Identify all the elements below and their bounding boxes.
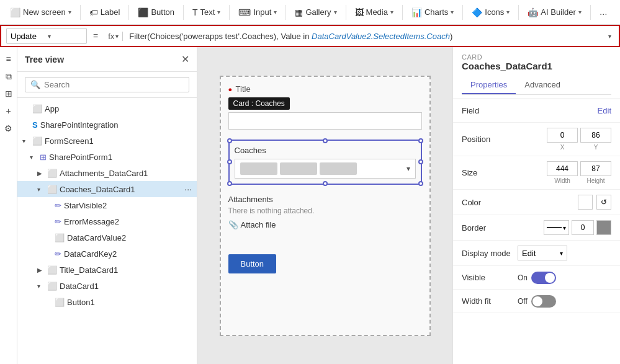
tree-item-title-datacard1[interactable]: ▶ ⬜ Title_DataCard1 (17, 262, 197, 278)
tree-item-errormessage2[interactable]: ✏ ErrorMessage2 (17, 213, 197, 229)
coaches-section[interactable]: Coaches ▾ (228, 140, 422, 185)
prop-row-display-mode: Display mode Edit ▾ (453, 241, 620, 266)
canvas-button[interactable]: Button (228, 254, 277, 273)
handle-bm[interactable] (323, 181, 328, 186)
handle-tl[interactable] (227, 138, 232, 143)
handle-tm[interactable] (323, 138, 328, 143)
tree-item-datacardvalue2[interactable]: ⬜ DataCardValue2 (17, 229, 197, 246)
tree-item-sharepointform1[interactable]: ▾ ⊞ SharePointForm1 (17, 149, 197, 165)
gallery-chevron: ▾ (334, 9, 337, 16)
icons-chevron: ▾ (506, 9, 510, 16)
border-style-select[interactable]: ▾ (544, 220, 569, 235)
attach-file-label: Attach file (241, 220, 276, 229)
expand-formscreen1[interactable]: ▾ (22, 138, 30, 144)
toolbar-button[interactable]: ⬛ Button (133, 5, 179, 20)
side-icon-menu[interactable]: ≡ (2, 52, 16, 66)
expand-attachments[interactable]: ▶ (37, 170, 45, 177)
prop-row-width-fit: Width fit Off (453, 290, 620, 313)
tree-label-coaches: Coaches_DataCard1 (60, 185, 182, 194)
handle-bl[interactable] (227, 181, 232, 186)
tree-item-app[interactable]: ⬜ App (17, 100, 197, 117)
tree-item-datacard1[interactable]: ▾ ⬜ DataCard1 (17, 278, 197, 294)
divider-4 (229, 5, 230, 20)
visible-toggle[interactable] (531, 272, 556, 284)
toolbar-gallery-label: Gallery (305, 7, 331, 17)
toolbar-text[interactable]: T Text ▾ (187, 5, 225, 20)
tree-item-attachments-datacard1[interactable]: ▶ ⬜ Attachments_DataCard1 (17, 165, 197, 181)
ai-builder-chevron: ▾ (578, 9, 582, 16)
search-input[interactable] (44, 80, 184, 89)
pos-x-group: X (547, 128, 578, 151)
starvisible-icon: ✏ (55, 201, 61, 210)
display-mode-value: Edit (522, 249, 536, 258)
canvas-frame: ● Title Card : Coaches (220, 76, 431, 336)
formula-input[interactable]: Filter(Choices('powerapps test'.Coaches)… (127, 32, 602, 41)
attachments-empty-text: There is nothing attached. (228, 206, 422, 215)
border-color-swatch[interactable] (596, 220, 611, 235)
side-icon-settings[interactable]: ⚙ (2, 122, 16, 135)
toolbar-new-screen[interactable]: ⬜ New screen ▾ (5, 5, 76, 20)
formula-name-box[interactable]: Update ▾ (6, 28, 87, 44)
coaches-dropdown[interactable]: ▾ (235, 159, 416, 179)
display-mode-select[interactable]: Edit ▾ (518, 246, 567, 260)
handle-ml[interactable] (227, 159, 232, 164)
color-refresh-button[interactable]: ↺ (596, 195, 611, 210)
card-tooltip: Card : Coaches (228, 97, 290, 110)
title-input-field[interactable] (228, 112, 422, 130)
size-width-input[interactable] (547, 161, 578, 176)
toolbar-charts[interactable]: 📊 Charts ▾ (407, 5, 459, 20)
border-line-icon (547, 227, 562, 228)
coaches-more-button[interactable]: ··· (184, 184, 192, 194)
formula-eq-symbol: = (91, 31, 101, 41)
toolbar-gallery[interactable]: ▦ Gallery ▾ (290, 5, 341, 20)
tree-item-sharepoint[interactable]: S SharePointIntegration (17, 117, 197, 133)
attach-file-button[interactable]: 📎 Attach file (228, 220, 422, 229)
toolbar-ai-builder[interactable]: 🤖 AI Builder ▾ (523, 5, 586, 20)
toolbar-overflow[interactable]: … (595, 5, 613, 19)
tab-advanced[interactable]: Advanced (516, 76, 569, 94)
expand-coaches[interactable]: ▾ (37, 186, 45, 193)
size-height-group: Height (580, 161, 611, 184)
handle-tr[interactable] (418, 138, 423, 143)
formula-expand-chevron[interactable]: ▾ (606, 33, 614, 40)
expand-sharepointform1[interactable]: ▾ (30, 154, 37, 161)
expand-title-datacard[interactable]: ▶ (37, 267, 45, 273)
size-width-label: Width (554, 177, 570, 184)
icons-icon: 🔷 (472, 7, 482, 17)
position-y-input[interactable] (580, 128, 611, 143)
tree-item-starvisible2[interactable]: ✏ StarVisible2 (17, 197, 197, 213)
tab-properties[interactable]: Properties (462, 76, 516, 94)
tree-search-box[interactable]: 🔍 (25, 77, 189, 92)
color-swatch[interactable] (578, 195, 593, 210)
size-height-input[interactable] (580, 161, 611, 176)
divider-1 (80, 5, 81, 20)
divider-5 (285, 5, 286, 20)
toolbar-media[interactable]: 🖼 Media ▾ (350, 5, 398, 20)
tree-item-formscreen1[interactable]: ▾ ⬜ FormScreen1 (17, 133, 197, 149)
display-mode-label: Display mode (462, 249, 518, 258)
tree-item-coaches-datacard1[interactable]: ▾ ⬜ Coaches_DataCard1 ··· (17, 181, 197, 197)
toolbar-input[interactable]: ⌨ Input ▾ (233, 5, 282, 20)
border-width-input[interactable] (572, 220, 594, 235)
side-icon-layers[interactable]: ⧉ (2, 69, 16, 83)
prop-row-size: Size Width Height (453, 156, 620, 190)
tree-close-button[interactable]: ✕ (181, 53, 189, 65)
toolbar-text-label: Text (200, 7, 215, 17)
position-x-input[interactable] (547, 128, 578, 143)
side-icon-plus[interactable]: + (2, 104, 16, 118)
width-fit-toggle[interactable] (531, 295, 556, 308)
side-icon-data[interactable]: ⊞ (2, 87, 16, 100)
right-panel: CARD Coaches_DataCard1 Properties Advanc… (452, 47, 620, 364)
width-fit-label: Width fit (462, 296, 518, 306)
tree-item-datacardkey2[interactable]: ✏ DataCardKey2 (17, 246, 197, 262)
card-name: Coaches_DataCard1 (462, 61, 611, 71)
formula-fx-button[interactable]: fx ▾ (104, 32, 123, 41)
toolbar-label[interactable]: 🏷 Label (84, 5, 125, 20)
toolbar-icons[interactable]: 🔷 Icons ▾ (467, 5, 514, 20)
handle-br[interactable] (418, 181, 423, 186)
tree-item-button1[interactable]: ⬜ Button1 (17, 294, 197, 310)
expand-datacard1[interactable]: ▾ (37, 283, 45, 290)
handle-mr[interactable] (418, 159, 423, 164)
canvas-button-label: Button (241, 259, 264, 269)
field-edit-button[interactable]: Edit (598, 106, 611, 115)
